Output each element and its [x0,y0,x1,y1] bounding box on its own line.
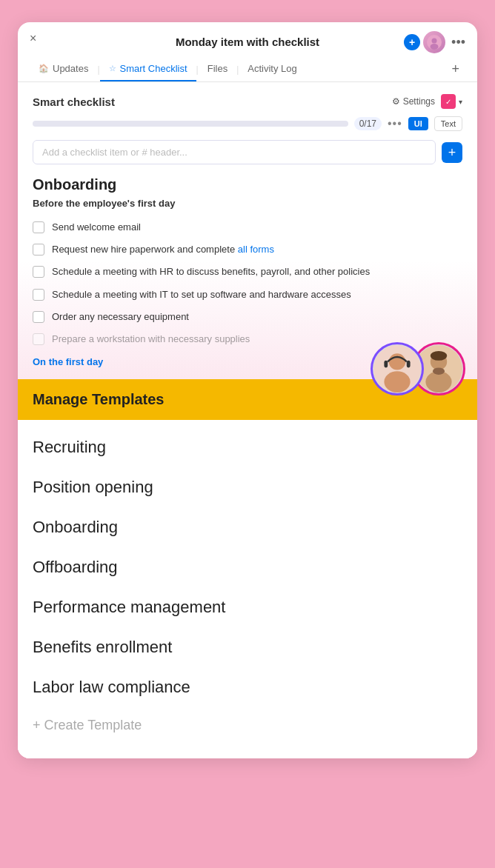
tab-updates[interactable]: 🏠 Updates [30,57,97,81]
gear-icon: ⚙ [392,96,400,107]
checklist-item-5: Order any necessary equipment [33,306,462,328]
checklist-item-2: Request new hire paperwork and complete … [33,238,462,261]
checkbox-1[interactable] [33,221,44,233]
checklist-title: Smart checklist [33,96,115,108]
svg-point-1 [432,39,437,44]
floating-avatars [371,342,465,395]
tab-activity-log[interactable]: Activity Log [239,57,305,81]
ui-view-button[interactable]: UI [408,117,428,130]
tab-bar: 🏠 Updates | ☆ Smart Checklist | Files | … [18,57,477,82]
text-view-button[interactable]: Text [434,116,462,131]
star-icon: ☆ [109,64,116,73]
svg-point-2 [431,44,439,50]
item-text-5: Order any necessary equipment [52,310,462,324]
checkbox-5[interactable] [33,311,44,323]
progress-bar-row: 0/17 ••• UI Text [33,116,462,131]
bottom-section: Manage Templates Recruiting Position ope… [18,379,477,758]
svg-point-11 [433,368,445,375]
chevron-down-icon: ▾ [459,98,462,106]
checklist-item-4: Schedule a meeting with IT to set up sof… [33,284,462,306]
onboarding-subsection-heading: Before the employee's first day [33,198,462,209]
content-area: Smart checklist ⚙ Settings ✓ ▾ 0/17 ••• … [18,82,477,379]
avatar-add-group: + [404,31,445,53]
tab-add-button[interactable]: + [445,59,465,80]
close-button[interactable]: × [30,33,36,44]
svg-rect-6 [384,361,388,368]
home-icon: 🏠 [39,64,49,73]
onboarding-section-heading: Onboarding [33,176,462,193]
checklist-icon: ✓ [441,94,456,109]
all-forms-link[interactable]: all forms [238,244,274,255]
manage-templates-label: Manage Templates [33,391,164,408]
checklist-item-3: Schedule a meeting with HR to discuss be… [33,261,462,283]
checkbox-2[interactable] [33,244,44,256]
template-item-position-opening[interactable]: Position opening [33,467,462,507]
create-template-button[interactable]: + Create Template [33,707,142,744]
template-item-offboarding[interactable]: Offboarding [33,547,462,587]
item-text-4: Schedule a meeting with IT to set up sof… [52,288,462,301]
avatar [423,31,445,53]
template-list: Recruiting Position opening Onboarding O… [18,420,477,758]
svg-point-5 [384,371,410,393]
main-card: × Monday item with checklist + ••• 🏠 Upd [18,22,477,758]
avatar-woman [371,342,424,395]
add-checklist-input[interactable] [33,140,436,164]
template-item-benefits-enrollment[interactable]: Benefits enrollment [33,627,462,667]
item-text-2: Request new hire paperwork and complete … [52,243,462,256]
template-item-labor-law[interactable]: Labor law compliance [33,667,462,707]
progress-track [33,121,348,127]
add-input-row: + [33,140,462,164]
svg-point-12 [431,351,447,361]
add-checklist-button[interactable]: + [442,142,462,163]
view-toggle: ✓ ▾ [441,94,462,109]
header-actions: + ••• [404,31,465,53]
item-text-1: Send welcome email [52,221,462,234]
checkbox-6[interactable] [33,333,44,345]
tab-files[interactable]: Files [199,57,236,81]
svg-point-4 [389,353,405,370]
template-item-performance-management[interactable]: Performance management [33,587,462,627]
template-item-onboarding[interactable]: Onboarding [33,507,462,547]
settings-button[interactable]: ⚙ Settings [392,96,435,107]
template-item-recruiting[interactable]: Recruiting [33,427,462,467]
tab-smart-checklist[interactable]: ☆ Smart Checklist [100,57,196,81]
progress-label: 0/17 [354,117,382,130]
progress-more-button[interactable]: ••• [388,117,402,130]
checklist-header-right: ⚙ Settings ✓ ▾ [392,94,462,109]
checklist-item-1: Send welcome email [33,216,462,238]
checkbox-3[interactable] [33,266,44,278]
item-text-3: Schedule a meeting with HR to discuss be… [52,265,462,278]
modal-header: × Monday item with checklist + ••• [18,22,477,57]
checkbox-4[interactable] [33,289,44,301]
svg-rect-7 [407,361,411,368]
more-options-button[interactable]: ••• [451,36,465,49]
checklist-header: Smart checklist ⚙ Settings ✓ ▾ [33,94,462,109]
add-person-button[interactable]: + [404,34,420,50]
modal-title: Monday item with checklist [33,34,462,57]
